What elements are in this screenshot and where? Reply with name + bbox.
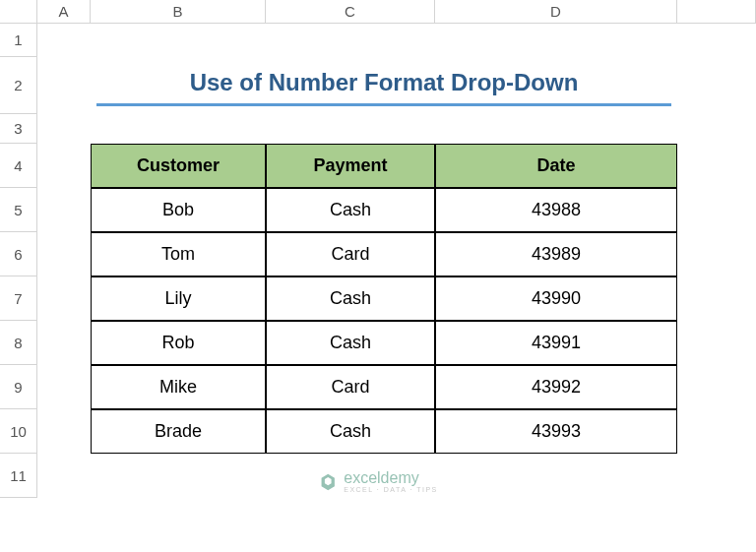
watermark: exceldemy EXCEL · DATA · TIPS — [318, 470, 438, 493]
cell-a10[interactable] — [37, 409, 91, 454]
cell-e10[interactable] — [677, 409, 756, 454]
cell-date-5[interactable]: 43993 — [435, 409, 677, 454]
cell-customer-1[interactable]: Tom — [91, 232, 266, 276]
cell-b1[interactable] — [91, 24, 266, 57]
cell-date-4[interactable]: 43992 — [435, 365, 677, 409]
row-header-6[interactable]: 6 — [0, 232, 37, 276]
select-all-corner[interactable] — [0, 0, 37, 24]
watermark-tagline: EXCEL · DATA · TIPS — [344, 486, 438, 493]
cell-payment-2[interactable]: Cash — [266, 276, 435, 321]
cell-payment-4[interactable]: Card — [266, 365, 435, 409]
watermark-brand: exceldemy — [344, 470, 438, 486]
cell-c3[interactable] — [266, 114, 435, 144]
cell-d11[interactable] — [435, 454, 677, 498]
col-header-c[interactable]: C — [266, 0, 435, 24]
cell-b11[interactable] — [91, 454, 266, 498]
cell-e1[interactable] — [677, 24, 756, 57]
row-header-3[interactable]: 3 — [0, 114, 37, 144]
row-header-8[interactable]: 8 — [0, 321, 37, 365]
cell-payment-3[interactable]: Cash — [266, 321, 435, 365]
col-header-b[interactable]: B — [91, 0, 266, 24]
cell-date-2[interactable]: 43990 — [435, 276, 677, 321]
cell-e5[interactable] — [677, 188, 756, 232]
cell-customer-4[interactable]: Mike — [91, 365, 266, 409]
col-header-extra[interactable] — [677, 0, 756, 24]
row-header-9[interactable]: 9 — [0, 365, 37, 409]
row-header-11[interactable]: 11 — [0, 454, 37, 498]
cell-customer-0[interactable]: Bob — [91, 188, 266, 232]
cell-c1[interactable] — [266, 24, 435, 57]
cell-a7[interactable] — [37, 276, 91, 321]
cell-a2[interactable] — [37, 57, 91, 114]
col-header-d[interactable]: D — [435, 0, 677, 24]
cell-a1[interactable] — [37, 24, 91, 57]
cell-customer-5[interactable]: Brade — [91, 409, 266, 454]
cell-e8[interactable] — [677, 321, 756, 365]
cell-date-1[interactable]: 43989 — [435, 232, 677, 276]
cell-e11[interactable] — [677, 454, 756, 498]
table-header-payment[interactable]: Payment — [266, 144, 435, 188]
cell-payment-0[interactable]: Cash — [266, 188, 435, 232]
cell-customer-2[interactable]: Lily — [91, 276, 266, 321]
cell-date-0[interactable]: 43988 — [435, 188, 677, 232]
cell-e9[interactable] — [677, 365, 756, 409]
cell-b3[interactable] — [91, 114, 266, 144]
row-header-4[interactable]: 4 — [0, 144, 37, 188]
cell-payment-1[interactable]: Card — [266, 232, 435, 276]
cell-payment-5[interactable]: Cash — [266, 409, 435, 454]
row-header-7[interactable]: 7 — [0, 276, 37, 321]
sheet-title[interactable]: Use of Number Format Drop-Down — [96, 61, 671, 106]
cell-e3[interactable] — [677, 114, 756, 144]
cell-a11[interactable] — [37, 454, 91, 498]
row-header-10[interactable]: 10 — [0, 409, 37, 454]
cell-e6[interactable] — [677, 232, 756, 276]
cell-a6[interactable] — [37, 232, 91, 276]
cell-date-3[interactable]: 43991 — [435, 321, 677, 365]
cell-a4[interactable] — [37, 144, 91, 188]
cell-a5[interactable] — [37, 188, 91, 232]
cell-d3[interactable] — [435, 114, 677, 144]
watermark-text: exceldemy EXCEL · DATA · TIPS — [344, 470, 438, 493]
row-header-5[interactable]: 5 — [0, 188, 37, 232]
cell-e7[interactable] — [677, 276, 756, 321]
cell-e2[interactable] — [677, 57, 756, 114]
cell-e4[interactable] — [677, 144, 756, 188]
cell-customer-3[interactable]: Rob — [91, 321, 266, 365]
row-header-2[interactable]: 2 — [0, 57, 37, 114]
table-header-date[interactable]: Date — [435, 144, 677, 188]
table-header-customer[interactable]: Customer — [91, 144, 266, 188]
col-header-a[interactable]: A — [37, 0, 91, 24]
exceldemy-logo-icon — [318, 472, 338, 492]
row-header-1[interactable]: 1 — [0, 24, 37, 57]
cell-a9[interactable] — [37, 365, 91, 409]
cell-a8[interactable] — [37, 321, 91, 365]
cell-a3[interactable] — [37, 114, 91, 144]
cell-d1[interactable] — [435, 24, 677, 57]
